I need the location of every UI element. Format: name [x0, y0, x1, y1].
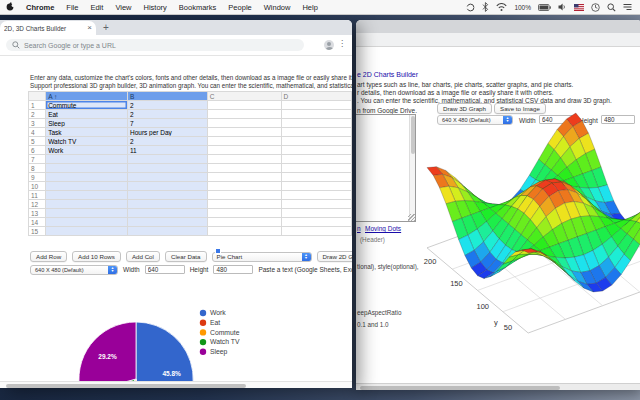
add-10-rows-button[interactable]: Add 10 Rows [72, 251, 121, 262]
cell-A15[interactable] [46, 227, 128, 236]
spotlight-search-icon[interactable] [607, 3, 616, 12]
cell-D8[interactable] [281, 164, 351, 173]
size-select[interactable]: 640 X 480 (Default) ▲▼ [30, 265, 118, 275]
col-header-D[interactable]: D [281, 92, 351, 101]
cell-D13[interactable] [281, 209, 351, 218]
menu-app-name[interactable]: Chrome [20, 3, 60, 12]
cell-A9[interactable] [46, 173, 128, 182]
notification-center-icon[interactable] [623, 3, 632, 11]
cell-C7[interactable] [207, 155, 281, 164]
cell-B11[interactable] [127, 191, 207, 200]
bluetooth-icon[interactable] [482, 2, 489, 12]
cell-D10[interactable] [281, 182, 351, 191]
draw-2d-graph-button[interactable]: Draw 2D Graph [317, 251, 352, 262]
cell-D5[interactable] [281, 137, 351, 146]
cell-D15[interactable] [281, 227, 351, 236]
add-row-button[interactable]: Add Row [30, 251, 67, 262]
row-number[interactable]: 4 [29, 128, 46, 137]
cell-D6[interactable] [281, 146, 351, 155]
battery-icon[interactable] [538, 4, 551, 11]
menu-file[interactable]: File [60, 3, 84, 12]
row-number[interactable]: 14 [29, 218, 46, 227]
tab-close-icon[interactable]: × [84, 24, 92, 32]
row-number[interactable]: 12 [29, 200, 46, 209]
moving-dots-link[interactable]: Moving Dots [365, 225, 401, 232]
background-browser-window[interactable]: e 2D Charts Builder art types such as li… [356, 20, 640, 390]
cell-B10[interactable] [127, 182, 207, 191]
cell-A11[interactable] [46, 191, 128, 200]
charts-builder-link[interactable]: e 2D Charts Builder [357, 71, 418, 78]
cell-C9[interactable] [207, 173, 281, 182]
cell-A12[interactable] [46, 200, 128, 209]
back-window-hscrollbar[interactable] [356, 383, 640, 390]
front-browser-window[interactable]: 2D, 3D Charts Builder × + Search Google … [0, 20, 352, 388]
cell-B1[interactable]: 2 [127, 101, 207, 110]
clear-data-button[interactable]: Clear Data [165, 251, 207, 262]
cell-C12[interactable] [207, 200, 281, 209]
cell-C2[interactable] [207, 110, 281, 119]
cell-A10[interactable] [46, 182, 128, 191]
cell-D2[interactable] [281, 110, 351, 119]
chart-type-select[interactable]: Pie Chart ▲▼ [212, 252, 312, 262]
cell-C14[interactable] [207, 218, 281, 227]
input-language-flag-icon[interactable] [574, 4, 584, 11]
cell-A6[interactable]: Work [46, 146, 128, 155]
cell-C6[interactable] [207, 146, 281, 155]
selection-fill-handle[interactable] [215, 248, 221, 254]
menu-edit[interactable]: Edit [84, 3, 109, 12]
cell-A5[interactable]: Watch TV [46, 137, 128, 146]
cell-B15[interactable] [127, 227, 207, 236]
row-number[interactable]: 6 [29, 146, 46, 155]
cell-C5[interactable] [207, 137, 281, 146]
cell-D12[interactable] [281, 200, 351, 209]
resize-grip-icon[interactable] [408, 214, 415, 221]
clock-icon[interactable] [591, 3, 600, 12]
cell-A7[interactable] [46, 155, 128, 164]
volume-icon[interactable] [558, 3, 567, 11]
cell-D11[interactable] [281, 191, 351, 200]
cell-B5[interactable]: 2 [127, 137, 207, 146]
cell-A4[interactable]: Task [46, 128, 128, 137]
cell-D3[interactable] [281, 119, 351, 128]
cell-B13[interactable] [127, 209, 207, 218]
row-number[interactable]: 11 [29, 191, 46, 200]
width-input[interactable] [145, 265, 185, 274]
cell-C10[interactable] [207, 182, 281, 191]
row-number[interactable]: 3 [29, 119, 46, 128]
cell-B6[interactable]: 11 [127, 146, 207, 155]
cell-D4[interactable] [281, 128, 351, 137]
apple-menu-icon[interactable] [0, 2, 20, 13]
cell-A13[interactable] [46, 209, 128, 218]
col-header-B[interactable]: B [127, 92, 207, 101]
cell-B7[interactable] [127, 155, 207, 164]
row-number[interactable]: 1 [29, 101, 46, 110]
omnibox[interactable]: Search Google or type a URL [6, 39, 304, 51]
menu-window[interactable]: Window [258, 3, 297, 12]
cell-C4[interactable] [207, 128, 281, 137]
row-number[interactable]: 5 [29, 137, 46, 146]
row-number[interactable]: 15 [29, 227, 46, 236]
cell-C3[interactable] [207, 119, 281, 128]
height-input[interactable] [213, 265, 253, 274]
menu-view[interactable]: View [109, 3, 137, 12]
menu-history[interactable]: History [138, 3, 173, 12]
cell-C15[interactable] [207, 227, 281, 236]
cell-A8[interactable] [46, 164, 128, 173]
menu-bookmarks[interactable]: Bookmarks [173, 3, 223, 12]
cell-B3[interactable]: 7 [127, 119, 207, 128]
menu-people[interactable]: People [222, 3, 257, 12]
cell-B2[interactable]: 2 [127, 110, 207, 119]
menu-help[interactable]: Help [296, 3, 323, 12]
update-icon[interactable] [466, 3, 475, 12]
cell-B14[interactable] [127, 218, 207, 227]
csv-data-textarea[interactable] [356, 114, 416, 222]
add-col-button[interactable]: Add Col [126, 251, 160, 262]
col-header-C[interactable]: C [207, 92, 281, 101]
cell-D9[interactable] [281, 173, 351, 182]
cell-B8[interactable] [127, 164, 207, 173]
cell-B12[interactable] [127, 200, 207, 209]
profile-avatar[interactable] [324, 40, 334, 50]
row-number[interactable]: 9 [29, 173, 46, 182]
row-number[interactable]: 8 [29, 164, 46, 173]
cell-A1[interactable]: Commute [46, 101, 128, 110]
